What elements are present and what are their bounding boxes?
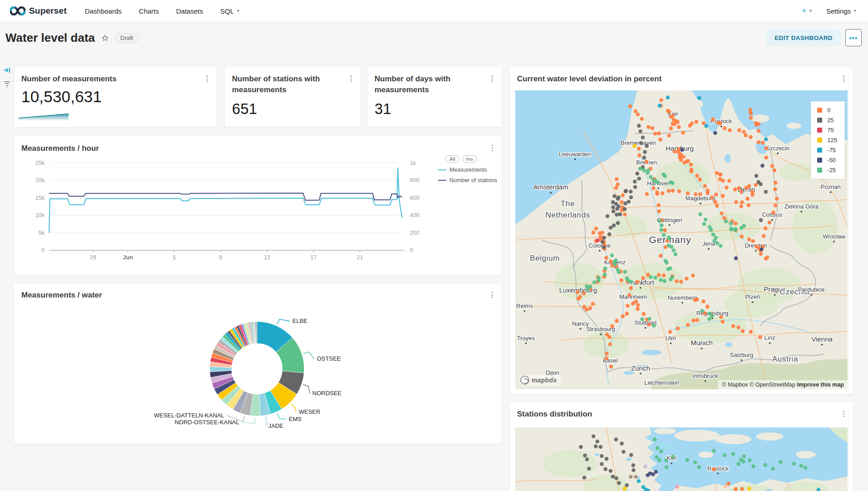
station-dot xyxy=(658,138,662,142)
station-dot xyxy=(582,292,586,296)
station-dot xyxy=(596,440,600,444)
station-dot xyxy=(607,335,612,339)
map-legend-entry[interactable]: -50 xyxy=(817,157,837,164)
kebab-menu-icon[interactable] xyxy=(348,74,354,84)
new-item-button[interactable]: +▼ xyxy=(802,6,813,16)
map-city-label: Belgium xyxy=(530,254,560,263)
svg-text:17: 17 xyxy=(311,254,317,261)
kpi-value: 651 xyxy=(232,100,257,118)
map-legend-entry[interactable]: 25 xyxy=(817,117,837,124)
station-dot xyxy=(742,224,746,228)
chart-title: Measurements / water xyxy=(21,290,102,301)
station-dot xyxy=(617,481,621,485)
station-dot xyxy=(623,270,627,274)
stations-distribution-panel: Stations distribution KielRostock xyxy=(509,402,853,491)
map-legend-entry[interactable]: 75 xyxy=(817,127,837,134)
legend-inv-button[interactable]: Inv xyxy=(462,155,477,163)
kebab-menu-icon[interactable] xyxy=(489,290,495,300)
station-dot xyxy=(713,131,717,135)
kebab-menu-icon[interactable] xyxy=(204,74,210,84)
chart-title: Stations distribution xyxy=(517,409,592,420)
legend-item-measurements[interactable]: Measurements xyxy=(438,167,497,173)
station-dot xyxy=(660,228,664,232)
svg-text:1k: 1k xyxy=(410,160,416,166)
station-dot xyxy=(659,278,663,282)
station-dot xyxy=(690,122,694,126)
filter-icon[interactable] xyxy=(3,80,11,89)
station-dot xyxy=(610,253,614,258)
nav-item-sql[interactable]: SQL▼ xyxy=(220,7,240,15)
map-legend-entry[interactable]: 0 xyxy=(817,107,837,114)
measurements-per-hour-panel: Measurements / hour 005k20010k40015k6002… xyxy=(14,136,502,275)
map-attribution: © Mapbox © OpenStreetMap Improve this ma… xyxy=(718,380,848,389)
improve-map-link[interactable]: Improve this map xyxy=(797,382,844,388)
station-dot xyxy=(775,197,779,201)
station-dot xyxy=(628,104,632,109)
map-legend-entry[interactable]: -25 xyxy=(817,167,837,174)
station-dot xyxy=(721,320,725,324)
map-legend-entry[interactable]: -75 xyxy=(817,147,837,154)
station-dot xyxy=(679,280,683,284)
kebab-menu-icon[interactable] xyxy=(841,409,847,419)
donut-label: WESEL-DATTELN-KANAL xyxy=(154,412,224,419)
map-legend-entry[interactable]: 125 xyxy=(817,137,837,144)
station-dot xyxy=(656,446,660,450)
nav-right: +▼ Settings▼ xyxy=(802,6,857,16)
kpi-value: 31 xyxy=(375,100,391,118)
legend-item-stations[interactable]: Number of stations xyxy=(438,177,497,184)
station-dot xyxy=(669,126,673,130)
nav-item-charts[interactable]: Charts xyxy=(139,7,159,15)
station-dot xyxy=(712,239,716,243)
kebab-menu-icon[interactable] xyxy=(841,74,847,84)
station-dot xyxy=(698,192,702,196)
station-dot xyxy=(632,144,636,148)
station-dot xyxy=(629,280,633,284)
mapbox-logo[interactable]: mapbox xyxy=(519,375,561,386)
edit-dashboard-button[interactable]: EDIT DASHBOARD xyxy=(766,30,841,46)
station-dot xyxy=(705,191,710,195)
map-city-label: Innsbruck xyxy=(693,372,719,379)
settings-menu[interactable]: Settings▼ xyxy=(826,7,857,15)
station-dot xyxy=(773,188,777,192)
station-dot xyxy=(579,445,583,449)
nav-item-dashboards[interactable]: Dashboards xyxy=(85,7,122,15)
station-dot xyxy=(663,174,667,178)
station-dot xyxy=(670,245,674,249)
kebab-menu-icon[interactable] xyxy=(489,143,495,153)
station-dot xyxy=(653,276,657,280)
station-dot xyxy=(638,129,642,134)
station-dot xyxy=(594,227,598,231)
kpi-value: 10,530,631 xyxy=(21,88,102,106)
station-dot xyxy=(698,178,702,182)
expand-filters-icon[interactable] xyxy=(3,66,11,76)
favorite-star-icon[interactable] xyxy=(101,34,109,42)
station-dot xyxy=(749,135,753,139)
station-dot xyxy=(609,365,613,369)
station-dot xyxy=(636,280,640,284)
station-dot xyxy=(643,150,647,154)
station-dot xyxy=(596,238,600,243)
station-dot xyxy=(615,177,619,181)
station-dot xyxy=(754,183,758,187)
station-dot xyxy=(583,454,587,458)
more-options-button[interactable]: ••• xyxy=(845,29,862,46)
station-dot xyxy=(730,228,734,232)
svg-text:20k: 20k xyxy=(35,177,45,184)
station-dot xyxy=(712,449,716,453)
station-dot xyxy=(629,195,633,199)
legend-all-button[interactable]: All xyxy=(445,155,459,163)
station-dot xyxy=(616,195,621,199)
station-dot xyxy=(677,125,681,129)
station-dot xyxy=(633,180,637,184)
map-city-label: Plzeň xyxy=(745,293,760,300)
deviation-map[interactable]: LeeuwardenKielRostockSzczecinBremerhaven… xyxy=(515,90,848,389)
superset-logo[interactable]: Superset xyxy=(10,6,67,16)
station-dot xyxy=(774,181,778,185)
station-dot xyxy=(740,200,744,204)
stations-map[interactable]: KielRostock xyxy=(515,427,848,491)
station-dot xyxy=(608,342,612,346)
station-dot xyxy=(744,134,748,138)
station-dot xyxy=(686,192,690,196)
kebab-menu-icon[interactable] xyxy=(489,74,495,84)
nav-item-datasets[interactable]: Datasets xyxy=(176,7,203,15)
